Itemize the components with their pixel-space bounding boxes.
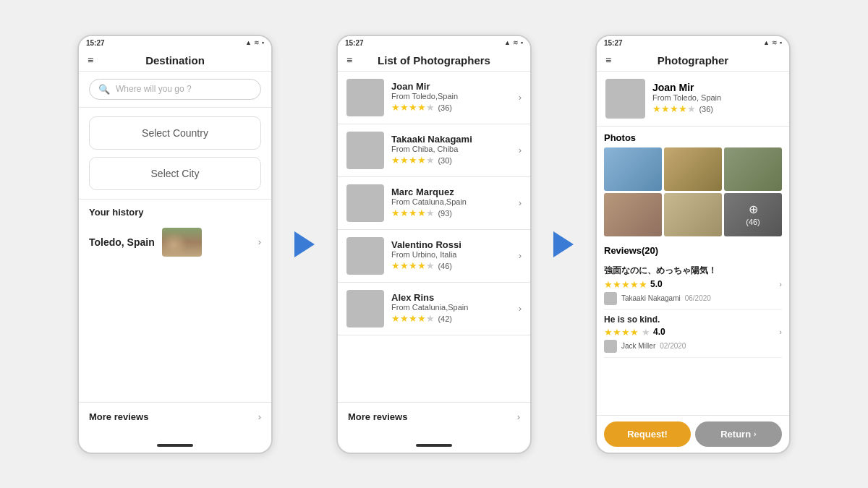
signal-icon-3: ▲ xyxy=(763,39,770,46)
select-city-button[interactable]: Select City xyxy=(89,157,261,190)
photographer-avatar-2 xyxy=(346,184,384,222)
reviews-title: Reviews(20) xyxy=(604,245,782,256)
history-item[interactable]: Toledo, Spain › xyxy=(89,225,261,260)
search-bar-container: 🔍 Where will you go ? xyxy=(79,72,271,108)
photographer-name-0: Joan Mir xyxy=(391,81,511,92)
review-comment-1: He is so kind. xyxy=(604,314,782,325)
hamburger-icon-2[interactable]: ≡ xyxy=(346,54,352,66)
photos-section: Photos ⊕ (46) xyxy=(597,127,789,242)
history-section: Your history Toledo, Spain › xyxy=(79,200,271,267)
photographer-item-4[interactable]: Alex Rins From Catalunia,Spain ★★★★★ (42… xyxy=(338,283,530,335)
reviewer-avatar-0 xyxy=(604,292,617,305)
screen2-title: List of Photographers xyxy=(378,54,490,67)
battery-icon-3: ▪ xyxy=(780,39,782,46)
hamburger-icon-3[interactable]: ≡ xyxy=(605,54,611,66)
return-button[interactable]: Return › xyxy=(695,421,782,447)
more-reviews-bar-1[interactable]: More reviews › xyxy=(79,402,271,431)
search-icon: 🔍 xyxy=(98,84,110,95)
more-reviews-label-1: More reviews xyxy=(89,411,148,422)
more-reviews-bar-2[interactable]: More reviews › xyxy=(338,402,530,431)
photographer-from-0: From Toledo,Spain xyxy=(391,92,511,100)
screen1-title: Destination xyxy=(145,54,205,67)
more-reviews-arrow-2: › xyxy=(517,411,520,422)
photographer-arrow-3: › xyxy=(519,250,522,261)
photographer-from-1: From Chiba, Chiba xyxy=(391,145,511,153)
page-wrapper: 15:27 ▲ ≋ ▪ ≡ Destination 🔍 Where will y… xyxy=(0,20,868,468)
count-0: (36) xyxy=(438,103,452,112)
photo-5[interactable] xyxy=(664,193,722,236)
screen2-frame: 15:27 ▲ ≋ ▪ ≡ List of Photographers Joan… xyxy=(336,35,532,454)
more-reviews-arrow-1: › xyxy=(258,411,261,422)
history-title: Your history xyxy=(89,207,261,218)
photographer-avatar-3 xyxy=(346,237,384,275)
stars-1: ★★★★ xyxy=(391,155,426,166)
status-icons-1: ▲ ≋ ▪ xyxy=(245,39,264,46)
photographer-list: Joan Mir From Toledo,Spain ★★★★★ (36) › … xyxy=(338,72,530,402)
status-bar-2: 15:27 ▲ ≋ ▪ xyxy=(338,36,530,50)
screen3-title: Photographer xyxy=(658,54,728,67)
select-country-button[interactable]: Select Country xyxy=(89,116,261,150)
reviewer-date-0: 06/2020 xyxy=(685,294,711,302)
photo-3[interactable] xyxy=(724,147,782,191)
count-4: (42) xyxy=(438,314,452,323)
photographer-name-3: Valentino Rossi xyxy=(391,239,511,250)
review-item-1: He is so kind. ★★★★★ 4.0 › Jack Miller 0… xyxy=(604,310,782,358)
wifi-icon: ≋ xyxy=(254,39,260,46)
photographer-item-2[interactable]: Marc Marquez From Cataluna,Spain ★★★★★ (… xyxy=(338,177,530,230)
photographer-from-3: From Urbino, Italia xyxy=(391,250,511,259)
home-bar-2 xyxy=(416,444,452,447)
history-image xyxy=(162,228,202,257)
review-arrow-0[interactable]: › xyxy=(779,280,782,288)
photographer-arrow-2: › xyxy=(519,197,522,208)
profile-name: Joan Mir xyxy=(652,82,721,93)
photo-more[interactable]: ⊕ (46) xyxy=(724,193,782,236)
review-comment-0: 強面なのに、めっちゃ陽気！ xyxy=(604,265,782,277)
photo-2[interactable] xyxy=(664,147,722,191)
profile-from: From Toledo, Spain xyxy=(652,93,721,102)
photographer-name-1: Takaaki Nakagami xyxy=(391,134,511,145)
more-reviews-label-2: More reviews xyxy=(348,411,407,422)
return-arrow-icon: › xyxy=(754,429,757,438)
select-buttons: Select Country Select City xyxy=(79,108,271,200)
nav-bar-3: ≡ Photographer xyxy=(597,50,789,72)
time-1: 15:27 xyxy=(86,39,105,47)
arrow-2 xyxy=(553,231,574,257)
photographer-item-0[interactable]: Joan Mir From Toledo,Spain ★★★★★ (36) › xyxy=(338,72,530,124)
request-button[interactable]: Request! xyxy=(604,421,691,447)
arrow-1 xyxy=(294,231,315,257)
battery-icon-2: ▪ xyxy=(521,39,523,46)
reviewer-name-1: Jack Miller xyxy=(621,342,655,350)
photographer-name-2: Marc Marquez xyxy=(391,187,511,197)
stars-2: ★★★★ xyxy=(391,207,426,218)
home-indicator-1 xyxy=(79,431,271,453)
photos-title: Photos xyxy=(604,132,782,143)
reviewer-avatar-1 xyxy=(604,340,617,353)
home-bar-1 xyxy=(157,444,193,447)
status-icons-3: ▲ ≋ ▪ xyxy=(763,39,782,46)
home-indicator-2 xyxy=(338,431,530,453)
photographer-item-1[interactable]: Takaaki Nakagami From Chiba, Chiba ★★★★★… xyxy=(338,124,530,177)
photographer-avatar-0 xyxy=(346,79,384,116)
count-2: (93) xyxy=(438,209,452,218)
camera-icon: ⊕ xyxy=(749,202,758,216)
profile-count: (36) xyxy=(699,105,713,114)
signal-icon-2: ▲ xyxy=(504,39,511,46)
photographer-avatar-1 xyxy=(346,132,384,169)
stars-4: ★★★★ xyxy=(391,313,426,324)
photo-4[interactable] xyxy=(604,193,662,236)
photos-grid: ⊕ (46) xyxy=(604,147,782,236)
photographer-arrow-0: › xyxy=(519,92,522,103)
review-arrow-1[interactable]: › xyxy=(779,328,782,336)
profile-avatar xyxy=(605,79,645,119)
search-bar[interactable]: 🔍 Where will you go ? xyxy=(89,79,261,100)
hamburger-icon-1[interactable]: ≡ xyxy=(88,54,93,66)
wifi-icon-3: ≋ xyxy=(772,39,778,46)
nav-bar-2: ≡ List of Photographers xyxy=(338,50,530,72)
screen1-frame: 15:27 ▲ ≋ ▪ ≡ Destination 🔍 Where will y… xyxy=(77,35,273,454)
photographer-item-3[interactable]: Valentino Rossi From Urbino, Italia ★★★★… xyxy=(338,230,530,283)
status-icons-2: ▲ ≋ ▪ xyxy=(504,39,523,46)
photo-count: (46) xyxy=(746,218,760,226)
count-1: (30) xyxy=(438,156,452,165)
photo-1[interactable] xyxy=(604,147,662,191)
history-arrow-icon: › xyxy=(258,236,261,247)
